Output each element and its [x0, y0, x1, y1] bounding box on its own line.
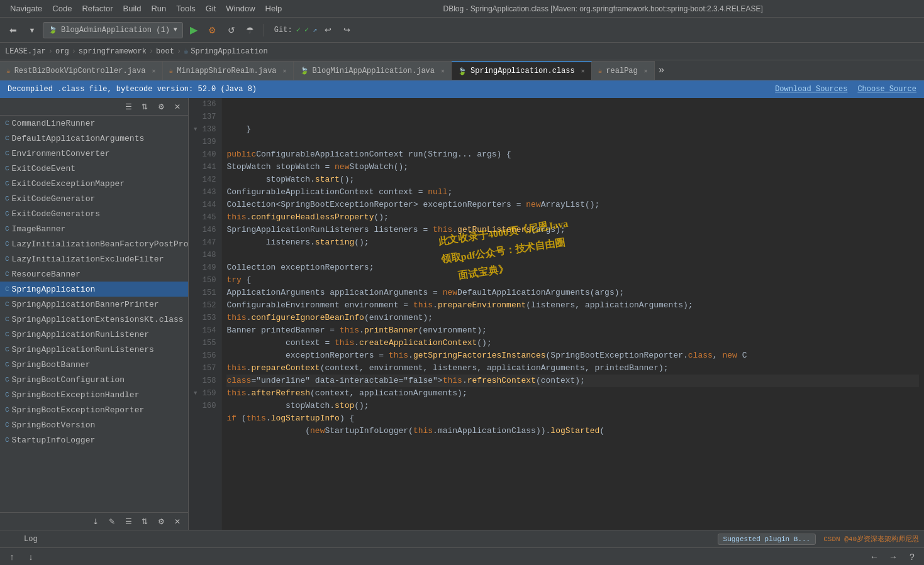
- class-item-resourcebanner[interactable]: CResourceBanner: [0, 266, 188, 282]
- git-check1[interactable]: ✓: [296, 25, 301, 35]
- recent-files-button[interactable]: ▼: [24, 22, 40, 38]
- git-check2[interactable]: ✓: [304, 25, 309, 35]
- suggested-plugin-banner[interactable]: Suggested plugin B...: [718, 534, 816, 545]
- line-number-139: 139: [194, 136, 216, 148]
- bottom-tab-log[interactable]: Log: [20, 534, 42, 545]
- class-item-lazyinitializationexcludefilter[interactable]: CLazyInitializationExcludeFilter: [0, 251, 188, 266]
- class-item-imagebanner[interactable]: CImageBanner: [0, 221, 188, 236]
- class-item-springbootversion[interactable]: CSpringBootVersion: [0, 417, 188, 432]
- build-button[interactable]: ⚙: [204, 22, 221, 38]
- line-number-157: 157: [194, 362, 216, 375]
- line-number-140: 140: [194, 148, 216, 161]
- code-line-143: this.configureHeadlessProperty();: [226, 211, 919, 224]
- git-push[interactable]: ↗: [313, 25, 317, 35]
- code-line-157: this.afterRefresh(context, applicationAr…: [226, 387, 919, 400]
- tab-close-3[interactable]: ✕: [581, 67, 585, 75]
- run-button[interactable]: ▶: [186, 22, 202, 38]
- bottom-tab-terminal[interactable]: [5, 534, 13, 545]
- code-line-137: [226, 136, 919, 148]
- code-line-155: this.prepareContext(context, environment…: [226, 362, 919, 375]
- class-item-springapplicationrunlistener[interactable]: CSpringApplicationRunListener: [0, 327, 188, 342]
- class-item-springbootbanner[interactable]: CSpringBootBanner: [0, 357, 188, 372]
- class-item-lazyinitializationbeanfactorypostprocesso[interactable]: CLazyInitializationBeanFactoryPostProces…: [0, 236, 188, 251]
- download-sources-link[interactable]: Download Sources: [775, 85, 847, 94]
- breadcrumb-class[interactable]: SpringApplication: [191, 47, 267, 56]
- panel-settings-btn[interactable]: ⚙: [154, 100, 168, 114]
- menu-code[interactable]: Code: [47, 3, 77, 14]
- panel-bottom-close-btn[interactable]: ✕: [170, 515, 184, 529]
- menu-tools[interactable]: Tools: [171, 3, 200, 14]
- nav-right-button[interactable]: →: [886, 550, 900, 564]
- tab-close-2[interactable]: ✕: [441, 67, 445, 75]
- tab-label-2: BlogMiniAppApplication.java: [313, 67, 435, 75]
- line-number-156: 156: [194, 349, 216, 362]
- class-item-commandlinerunner[interactable]: CCommandLineRunner: [0, 116, 188, 131]
- line-numbers: 136137▼138139140141142143144145146147148…: [189, 98, 221, 530]
- code-content: } public ConfigurableApplicationContext …: [221, 98, 924, 530]
- sync-button[interactable]: ↺: [223, 22, 240, 38]
- code-line-149: ApplicationArguments applicationArgument…: [226, 287, 919, 299]
- class-item-springapplicationbannerprinter[interactable]: CSpringApplicationBannerPrinter: [0, 297, 188, 312]
- choose-source-link[interactable]: Choose Source: [857, 85, 916, 94]
- class-list: CCommandLineRunnerCDefaultApplicationArg…: [0, 116, 188, 512]
- nav-up-button[interactable]: ↑: [5, 550, 19, 564]
- panel-close-btn[interactable]: ✕: [170, 100, 184, 114]
- class-item-defaultapplicationarguments[interactable]: CDefaultApplicationArguments: [0, 131, 188, 146]
- menu-help[interactable]: Help: [260, 3, 287, 14]
- class-item-exitcodegenerator[interactable]: CExitCodeGenerator: [0, 191, 188, 206]
- panel-bottom-collapse-btn[interactable]: ☰: [121, 515, 135, 529]
- code-area[interactable]: 136137▼138139140141142143144145146147148…: [189, 98, 924, 530]
- class-item-exitcodegenerators[interactable]: CExitCodeGenerators: [0, 206, 188, 221]
- breadcrumb-boot[interactable]: boot: [156, 47, 174, 56]
- tab-rest-biz[interactable]: ☕ RestBizBookVipController.java ✕: [0, 61, 163, 80]
- breadcrumb-jar[interactable]: LEASE.jar: [5, 47, 46, 56]
- class-item-environmentconverter[interactable]: CEnvironmentConverter: [0, 146, 188, 161]
- tab-blog-miniapp[interactable]: 🍃 BlogMiniAppApplication.java ✕: [294, 61, 452, 80]
- line-number-153: 153: [194, 312, 216, 324]
- breadcrumb-springframework[interactable]: springframework: [79, 47, 147, 56]
- class-item-springapplicationextensionskt-class[interactable]: CSpringApplicationExtensionsKt.class: [0, 312, 188, 327]
- panel-bottom-sort-btn[interactable]: ⇅: [138, 515, 152, 529]
- class-item-springapplication[interactable]: CSpringApplication: [0, 282, 188, 297]
- breadcrumb-org[interactable]: org: [55, 47, 69, 56]
- git-section: Git: ✓ ✓ ↗: [274, 25, 318, 35]
- tab-real-pag[interactable]: ☕ realPag ✕: [592, 61, 655, 80]
- tab-miniapp-shiro[interactable]: ☕ MiniappShiroRealm.java ✕: [163, 61, 294, 80]
- tab-more-button[interactable]: »: [655, 65, 669, 76]
- code-editor: 136137▼138139140141142143144145146147148…: [189, 98, 924, 530]
- nav-down-button[interactable]: ↓: [24, 550, 38, 564]
- run-config-label: BlogAdminApplication (1): [61, 26, 170, 35]
- menu-refactor[interactable]: Refactor: [77, 3, 118, 14]
- menu-window[interactable]: Window: [221, 3, 260, 14]
- back-button[interactable]: ⬅: [5, 22, 21, 38]
- panel-sort-btn[interactable]: ⇅: [138, 100, 152, 114]
- class-item-startupinfologger[interactable]: CStartupInfoLogger: [0, 432, 188, 447]
- menu-run[interactable]: Run: [146, 3, 171, 14]
- class-item-springbootexceptionreporter[interactable]: CSpringBootExceptionReporter: [0, 402, 188, 417]
- tab-close-4[interactable]: ✕: [644, 67, 648, 75]
- panel-bottom-edit-btn[interactable]: ✎: [105, 515, 119, 529]
- tab-close-1[interactable]: ✕: [283, 67, 287, 75]
- code-line-148: try {: [226, 274, 919, 287]
- menu-git[interactable]: Git: [201, 3, 221, 14]
- panel-bottom-settings-btn[interactable]: ⚙: [154, 515, 168, 529]
- help-button[interactable]: ?: [905, 550, 919, 564]
- tab-spring-application[interactable]: 🍃 SpringApplication.class ✕: [452, 61, 592, 80]
- toolbar: ⬅ ▼ 🍃 BlogAdminApplication (1) ▼ ▶ ⚙ ↺ ☂…: [0, 18, 924, 43]
- class-item-exitcodeexceptionmapper[interactable]: CExitCodeExceptionMapper: [0, 176, 188, 191]
- coverage-button[interactable]: ☂: [242, 22, 259, 38]
- tab-label-4: realPag: [606, 67, 637, 75]
- menu-build[interactable]: Build: [118, 3, 147, 14]
- run-config-selector[interactable]: 🍃 BlogAdminApplication (1) ▼: [43, 22, 183, 38]
- nav-left-button[interactable]: ←: [867, 550, 881, 564]
- menu-navigate[interactable]: Navigate: [5, 3, 47, 14]
- panel-collapse-btn[interactable]: ☰: [121, 100, 135, 114]
- tab-close-0[interactable]: ✕: [152, 67, 155, 75]
- undo-button[interactable]: ↩: [320, 22, 336, 38]
- class-item-springbootexceptionhandler[interactable]: CSpringBootExceptionHandler: [0, 387, 188, 402]
- class-item-springapplicationrunlisteners[interactable]: CSpringApplicationRunListeners: [0, 342, 188, 357]
- panel-bottom-scroll-btn[interactable]: ⤓: [89, 515, 103, 529]
- class-item-springbootconfiguration[interactable]: CSpringBootConfiguration: [0, 372, 188, 387]
- redo-button[interactable]: ↪: [338, 22, 355, 38]
- class-item-exitcodeevent[interactable]: CExitCodeEvent: [0, 161, 188, 176]
